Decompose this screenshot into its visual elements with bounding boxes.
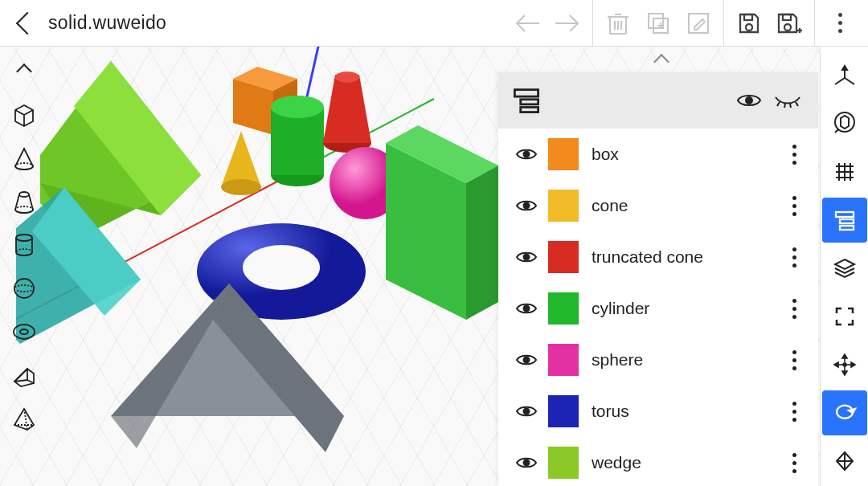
file-title: solid.wuweido (48, 12, 166, 34)
visibility-toggle[interactable] (513, 141, 540, 168)
layers-list[interactable]: boxconetruncated conecylinderspheretorus… (498, 129, 818, 486)
svg-point-87 (746, 97, 752, 104)
truncated-cone-tool[interactable] (5, 180, 43, 223)
layer-row[interactable]: cylinder (498, 283, 818, 334)
save-button[interactable] (729, 4, 769, 43)
collapse-button[interactable] (5, 50, 43, 93)
panel-collapse-chevron[interactable] (656, 56, 667, 67)
cylinder-icon (11, 232, 37, 258)
edit-button[interactable] (678, 4, 719, 43)
save-plus-icon (776, 11, 803, 35)
eye-icon (515, 352, 538, 368)
fullscreen-button[interactable] (822, 294, 867, 339)
svg-marker-60 (842, 66, 847, 70)
svg-point-51 (16, 235, 32, 241)
layer-row[interactable]: torus (498, 386, 818, 437)
layer-menu-button[interactable] (784, 299, 804, 319)
layer-row[interactable]: cone (498, 180, 818, 231)
grid-button[interactable] (822, 149, 867, 194)
stack-icon (833, 256, 857, 280)
box-tool[interactable] (5, 93, 43, 137)
svg-line-91 (796, 102, 798, 106)
stack-button[interactable] (822, 246, 867, 291)
svg-point-53 (14, 279, 34, 298)
layer-row[interactable]: wedge (498, 437, 818, 486)
visibility-toggle[interactable] (513, 295, 540, 322)
history-forward-button[interactable] (547, 4, 588, 43)
scale-icon (833, 450, 856, 472)
torus-tool[interactable] (5, 310, 43, 353)
duplicate-button[interactable] (638, 4, 678, 43)
eye-icon (736, 92, 762, 109)
layer-menu-button[interactable] (784, 247, 804, 268)
svg-line-62 (835, 129, 838, 133)
save-as-button[interactable] (769, 4, 809, 43)
svg-rect-69 (836, 212, 854, 217)
menu-button[interactable] (820, 4, 860, 43)
layer-menu-button[interactable] (784, 453, 804, 473)
move-icon (833, 353, 857, 377)
svg-rect-85 (521, 100, 538, 104)
layers-button[interactable] (822, 198, 867, 243)
eye-closed-icon (773, 92, 802, 108)
layer-menu-button[interactable] (784, 402, 804, 422)
svg-marker-72 (835, 259, 854, 269)
visibility-toggle[interactable] (513, 398, 540, 425)
eye-icon (515, 146, 538, 162)
svg-line-90 (790, 104, 791, 108)
svg-marker-80 (849, 409, 855, 413)
color-swatch (548, 292, 579, 325)
layer-name: truncated cone (592, 247, 784, 267)
color-swatch (548, 395, 579, 427)
copy-icon (646, 11, 670, 35)
back-button[interactable] (16, 12, 39, 35)
layer-row[interactable]: box (498, 129, 818, 180)
svg-marker-12 (221, 131, 261, 187)
sphere-tool[interactable] (5, 267, 43, 310)
svg-point-93 (524, 203, 530, 209)
visibility-toggle[interactable] (513, 192, 540, 219)
show-all-button[interactable] (733, 84, 765, 116)
scale-button[interactable] (822, 439, 867, 484)
move-button[interactable] (822, 342, 867, 387)
color-swatch (548, 241, 579, 273)
save-icon (737, 11, 761, 35)
history-back-button[interactable] (507, 4, 547, 43)
svg-marker-75 (842, 354, 847, 358)
layer-name: torus (592, 402, 784, 421)
grid-icon (833, 161, 856, 183)
layer-row[interactable]: sphere (498, 334, 818, 386)
svg-point-97 (524, 409, 530, 415)
svg-point-98 (524, 460, 530, 466)
cylinder-tool[interactable] (5, 223, 43, 267)
rotate-button[interactable] (822, 390, 867, 435)
axes-button[interactable] (822, 53, 867, 98)
delete-button[interactable] (598, 4, 638, 43)
svg-rect-70 (840, 219, 854, 223)
eye-icon (515, 300, 538, 317)
color-swatch (548, 344, 579, 376)
cone-icon (11, 145, 37, 171)
layer-menu-button[interactable] (784, 350, 804, 370)
focus-object-button[interactable] (822, 101, 867, 146)
pyramid-tool[interactable] (5, 397, 43, 440)
cone-tool[interactable] (5, 137, 43, 180)
svg-rect-86 (521, 108, 538, 112)
svg-point-45 (784, 24, 791, 31)
layers-panel-icon (513, 87, 540, 114)
svg-point-13 (221, 179, 261, 195)
visibility-toggle[interactable] (513, 346, 540, 374)
wedge-tool[interactable] (5, 353, 43, 397)
svg-point-54 (14, 285, 34, 292)
layer-menu-button[interactable] (784, 145, 804, 165)
layer-menu-button[interactable] (784, 196, 804, 216)
hide-all-button[interactable] (772, 84, 804, 116)
visibility-toggle[interactable] (513, 449, 540, 476)
fullscreen-icon (834, 306, 855, 327)
pyramid-icon (11, 406, 37, 431)
topbar: solid.wuweido (0, 0, 868, 47)
svg-point-48 (15, 163, 33, 169)
visibility-toggle[interactable] (513, 243, 540, 271)
layer-name: box (592, 145, 784, 164)
layer-row[interactable]: truncated cone (498, 231, 818, 283)
